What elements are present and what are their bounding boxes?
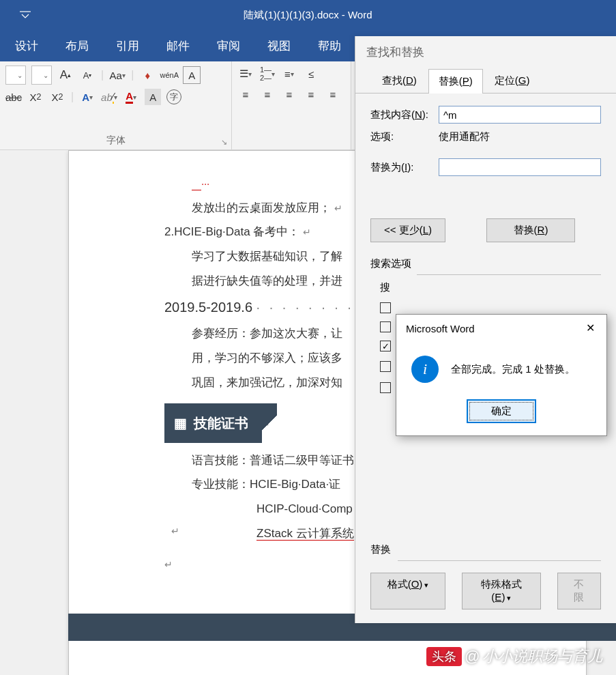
doc-date-range: 2019.5-2019.6 [164, 300, 252, 315]
skill-value: ZStack 云计算系统 [256, 527, 354, 541]
tab-layout[interactable]: 布局 [63, 34, 91, 58]
word-forms-checkbox[interactable] [380, 382, 391, 393]
tab-view[interactable]: 视图 [265, 34, 293, 58]
message-box: Microsoft Word ✕ i 全部完成。完成 1 处替换。 确定 [396, 314, 607, 436]
special-button[interactable]: 特殊格式(E) [462, 573, 541, 609]
skill-label: 专业技能： [192, 478, 250, 491]
homophones-checkbox[interactable] [380, 361, 391, 372]
info-icon: i [411, 356, 439, 383]
tab-references[interactable]: 引用 [113, 34, 142, 58]
tab-find[interactable]: 查找(D) [372, 68, 427, 93]
find-input[interactable] [439, 106, 601, 124]
align-left-icon[interactable]: ≡ [237, 86, 254, 102]
doc-line: 据进行缺失值等的处理，并进 [192, 274, 342, 287]
font-color-icon[interactable]: A▾ [123, 89, 139, 105]
doc-line: 学习了大数据基础知识，了解 [192, 250, 342, 263]
dialog-tabs: 查找(D) 替换(P) 定位(G) [355, 68, 616, 94]
replace-input[interactable] [439, 158, 601, 176]
strikethrough-icon[interactable]: abc [5, 89, 22, 105]
search-options-label: 搜索选项 [355, 255, 616, 273]
doc-line: 参赛经历：参加这次大赛，让 [192, 327, 342, 340]
shrink-font-icon[interactable]: A▾ [79, 67, 96, 83]
watermark-badge: 头条 [426, 647, 462, 666]
no-formatting-button[interactable]: 不限 [557, 573, 601, 609]
replace-button[interactable]: 替换(R) [486, 218, 575, 242]
ok-button[interactable]: 确定 [467, 399, 536, 423]
msgbox-title: Microsoft Word [406, 323, 475, 334]
tab-goto[interactable]: 定位(G) [484, 68, 540, 93]
doc-line: 2.HCIE-Big·Data 备考中： [164, 225, 299, 238]
skill-label: 语言技能： [192, 454, 250, 467]
font-size-combo[interactable]: ⌄ [31, 66, 52, 85]
skill-value: 普通话二级甲等证书 [250, 454, 354, 467]
font-dialog-launcher-icon[interactable]: ↘ [221, 138, 227, 147]
grow-font-icon[interactable]: A▴ [57, 67, 74, 83]
change-case-icon[interactable]: Aa▾ [109, 67, 126, 83]
enclose-char-icon[interactable]: 字 [166, 89, 181, 104]
tab-help[interactable]: 帮助 [315, 34, 344, 58]
watermark: 头条 @ 小小说职场与育儿 [426, 646, 602, 667]
doc-line: 发放出的云桌面发放应用； [192, 201, 331, 214]
highlight-icon[interactable]: ab⁄▾ [101, 89, 117, 105]
superscript-icon[interactable]: X2 [49, 89, 65, 105]
search-direction-label: 搜 [380, 281, 390, 294]
tab-review[interactable]: 审阅 [214, 34, 243, 58]
format-button[interactable]: 格式(O) [370, 573, 445, 609]
char-border-icon[interactable]: A [183, 66, 201, 84]
justify-icon[interactable]: ≡ [303, 86, 319, 102]
numbering-icon[interactable]: 1—2—▾ [259, 66, 276, 82]
doc-line: 巩固，来加强记忆，加深对知 [192, 376, 342, 389]
checkbox[interactable] [380, 302, 391, 313]
wildcard-checkbox[interactable]: ✓ [380, 341, 391, 351]
qat-dropdown-icon[interactable] [19, 10, 31, 21]
document-title: 陆斌(1)(1)(1)(3).docx - Word [244, 9, 372, 22]
options-label: 选项: [370, 130, 439, 143]
multilevel-list-icon[interactable]: ≡▾ [281, 66, 297, 82]
decrease-indent-icon[interactable]: ≤ [303, 66, 319, 82]
char-shading-icon[interactable]: A [145, 89, 161, 105]
section-header: ▦ 技能证书 [164, 403, 262, 443]
tab-replace[interactable]: 替换(P) [428, 69, 483, 94]
font-group-label: 字体 [5, 134, 226, 148]
skill-value: HCIP-Cloud·Comp [256, 502, 353, 515]
title-bar: 陆斌(1)(1)(1)(3).docx - Word [0, 0, 616, 31]
tab-design[interactable]: 设计 [12, 34, 41, 58]
text-effects-icon[interactable]: A▾ [79, 89, 96, 105]
msgbox-message: 全部完成。完成 1 处替换。 [451, 363, 575, 376]
less-button[interactable]: << 更少(L) [370, 218, 445, 242]
tab-mailings[interactable]: 邮件 [164, 34, 192, 58]
bullets-icon[interactable]: ☰▾ [237, 66, 254, 82]
font-name-combo[interactable]: ⌄ [5, 66, 26, 85]
grid-icon: ▦ [174, 409, 187, 437]
close-icon[interactable]: ✕ [583, 321, 597, 335]
find-label: 查找内容(N): [370, 109, 439, 121]
options-value: 使用通配符 [439, 130, 490, 143]
align-right-icon[interactable]: ≡ [281, 86, 297, 102]
phonetic-guide-icon[interactable]: wénA [161, 67, 177, 83]
skill-value: HCIE-Big·Data·证 [250, 478, 340, 491]
distribute-icon[interactable]: ≡ [325, 86, 341, 102]
doc-line: 用，学习的不够深入；应该多 [192, 351, 342, 364]
replace-label: 替换为(I): [370, 161, 439, 174]
checkbox[interactable] [380, 321, 391, 332]
replace-section-label: 替换 [370, 543, 601, 556]
clear-format-icon[interactable]: ♦ [139, 67, 156, 83]
subscript-icon[interactable]: X2 [27, 89, 44, 105]
dialog-title: 查找和替换 [355, 36, 616, 68]
align-center-icon[interactable]: ≡ [259, 86, 276, 102]
